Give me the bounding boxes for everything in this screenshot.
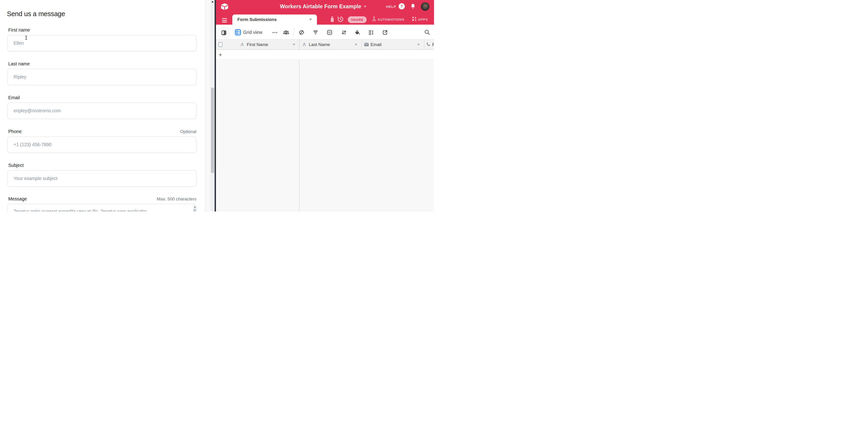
form-heading: Send us a message bbox=[7, 10, 65, 18]
row-height-icon[interactable] bbox=[368, 29, 374, 35]
select-all-checkbox[interactable] bbox=[218, 42, 222, 47]
text-cursor-icon bbox=[25, 36, 27, 40]
help-question-icon[interactable]: ? bbox=[399, 3, 405, 9]
column-caret-icon[interactable] bbox=[417, 44, 420, 46]
share-button[interactable]: SHARE bbox=[348, 16, 367, 23]
subject-input[interactable] bbox=[7, 170, 196, 187]
column-header-last-name[interactable]: Last Name bbox=[309, 42, 330, 47]
column-header-first-name[interactable]: First Name bbox=[247, 42, 268, 47]
toggle-view-sidebar-button[interactable] bbox=[218, 28, 229, 38]
scroll-up-arrow-icon[interactable] bbox=[211, 1, 214, 3]
message-label: Message bbox=[8, 196, 27, 202]
base-title-caret-icon bbox=[364, 6, 366, 8]
email-field-type-icon bbox=[364, 42, 369, 47]
sort-icon[interactable] bbox=[341, 29, 347, 35]
base-title: Workers Airtable Form Example bbox=[280, 3, 361, 10]
column-caret-icon[interactable] bbox=[355, 44, 358, 46]
color-icon[interactable] bbox=[354, 29, 361, 35]
column-caret-icon[interactable] bbox=[292, 44, 295, 46]
last-name-label: Last name bbox=[8, 61, 30, 66]
subject-label: Subject bbox=[8, 163, 24, 168]
last-name-input[interactable] bbox=[7, 69, 196, 85]
hide-fields-icon[interactable] bbox=[299, 29, 305, 35]
first-name-label: First name bbox=[8, 27, 30, 33]
text-field-type-icon: A bbox=[241, 42, 244, 47]
phone-input[interactable] bbox=[7, 137, 196, 153]
apps-icon[interactable] bbox=[412, 16, 417, 22]
tab-form-submissions[interactable]: Form Submissions bbox=[232, 14, 317, 25]
collaborators-icon[interactable] bbox=[283, 29, 289, 35]
trash-icon[interactable] bbox=[329, 16, 335, 22]
user-avatar[interactable] bbox=[421, 2, 429, 11]
column-separator bbox=[362, 39, 362, 50]
apps-button[interactable]: APPS bbox=[418, 18, 428, 22]
share-view-icon[interactable] bbox=[382, 29, 388, 35]
automations-icon[interactable] bbox=[371, 16, 377, 22]
grid-view-icon bbox=[235, 29, 241, 35]
contact-form-window: Send us a message First name Last name E… bbox=[0, 0, 215, 212]
airtable-logo-icon[interactable] bbox=[221, 3, 228, 10]
tab-caret-icon bbox=[309, 19, 312, 21]
add-row-button[interactable]: + bbox=[219, 52, 222, 58]
column-header-email[interactable]: Email bbox=[371, 42, 381, 47]
textarea-scroll-thumb[interactable] bbox=[193, 209, 196, 212]
email-input[interactable] bbox=[7, 103, 196, 119]
history-icon[interactable] bbox=[337, 16, 344, 23]
tab-label: Form Submissions bbox=[237, 17, 309, 22]
textarea-scroll-up-icon[interactable] bbox=[194, 206, 196, 208]
filter-icon[interactable] bbox=[313, 29, 318, 35]
column-header-phone[interactable]: Phone bbox=[432, 42, 434, 47]
first-name-input[interactable] bbox=[7, 35, 196, 51]
panel-toggle-icon bbox=[221, 30, 226, 35]
phone-optional-note: Optional bbox=[127, 129, 196, 134]
phone-label: Phone bbox=[8, 129, 22, 134]
help-button[interactable]: HELP bbox=[386, 5, 396, 8]
notifications-bell-icon[interactable] bbox=[410, 3, 416, 9]
message-maxchars-note: Max. 500 characters bbox=[127, 197, 196, 202]
base-title-group[interactable]: Workers Airtable Form Example bbox=[271, 3, 375, 10]
phone-field-type-icon bbox=[426, 42, 431, 47]
page-scroll-gutter bbox=[205, 0, 211, 212]
frozen-column-divider bbox=[299, 39, 300, 212]
view-options-ellipsis[interactable]: ••• bbox=[272, 30, 278, 35]
view-name[interactable]: Grid view bbox=[243, 30, 262, 35]
page-scroll-thumb[interactable] bbox=[211, 88, 214, 173]
email-label: Email bbox=[8, 95, 20, 100]
share-label: SHARE bbox=[351, 18, 363, 22]
group-icon[interactable] bbox=[327, 29, 333, 35]
text-field-type-icon: A bbox=[303, 42, 306, 47]
automations-button[interactable]: AUTOMATIONS bbox=[377, 18, 404, 22]
add-row-row bbox=[216, 50, 434, 60]
search-icon[interactable] bbox=[424, 29, 430, 35]
message-textarea[interactable] bbox=[7, 204, 196, 212]
